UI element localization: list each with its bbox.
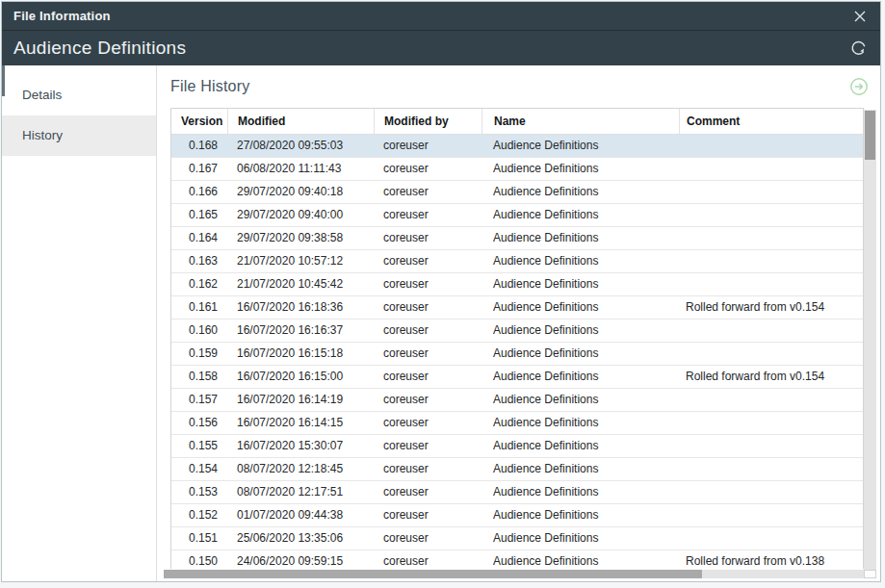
cell-name: Audience Definitions — [482, 320, 679, 342]
cell-modified-by: coreuser — [374, 135, 482, 157]
cell-modified-by: coreuser — [374, 273, 482, 295]
cell-modified: 25/06/2020 13:35:06 — [227, 527, 374, 550]
table-row[interactable]: 0.16629/07/2020 09:40:18coreuserAudience… — [171, 181, 863, 204]
cell-version: 0.163 — [171, 250, 227, 272]
section-title: File History — [170, 78, 249, 95]
cell-name: Audience Definitions — [482, 412, 679, 434]
close-icon[interactable] — [853, 10, 867, 23]
cell-name: Audience Definitions — [482, 435, 679, 457]
table-row[interactable]: 0.15024/06/2020 09:59:15coreuserAudience… — [171, 550, 863, 569]
table-row[interactable]: 0.16706/08/2020 11:11:43coreuserAudience… — [171, 158, 863, 181]
cell-modified: 16/07/2020 15:30:07 — [227, 435, 374, 457]
table-row[interactable]: 0.15201/07/2020 09:44:38coreuserAudience… — [171, 504, 863, 527]
cell-modified-by: coreuser — [374, 435, 482, 457]
file-name-title: Audience Definitions — [13, 38, 186, 59]
vertical-scrollbar-thumb[interactable] — [865, 111, 875, 160]
horizontal-scrollbar-thumb[interactable] — [164, 570, 702, 578]
table-row[interactable]: 0.16827/08/2020 09:55:03coreuserAudience… — [171, 135, 863, 158]
cell-modified-by: coreuser — [374, 527, 482, 550]
column-header-name[interactable]: Name — [482, 109, 679, 134]
cell-comment — [679, 481, 863, 503]
table-row[interactable]: 0.15716/07/2020 16:14:19coreuserAudience… — [171, 389, 863, 412]
cell-modified: 16/07/2020 16:14:19 — [227, 389, 374, 411]
cell-modified-by: coreuser — [374, 481, 482, 503]
scroll-notch — [2, 65, 5, 96]
cell-name: Audience Definitions — [482, 273, 679, 295]
column-header-version[interactable]: Version — [171, 109, 227, 134]
cell-modified-by: coreuser — [374, 320, 482, 342]
cell-comment — [679, 135, 863, 157]
cell-version: 0.166 — [171, 181, 227, 203]
cell-name: Audience Definitions — [482, 158, 679, 180]
table-row[interactable]: 0.15308/07/2020 12:17:51coreuserAudience… — [171, 481, 863, 504]
cell-modified: 16/07/2020 16:14:15 — [227, 412, 374, 434]
cell-modified-by: coreuser — [374, 227, 482, 249]
scrollbar-corner — [864, 570, 876, 578]
cell-name: Audience Definitions — [482, 458, 679, 480]
cell-version: 0.156 — [171, 412, 227, 434]
cell-comment: Rolled forward from v0.154 — [679, 296, 863, 319]
cell-modified: 16/07/2020 16:16:37 — [227, 320, 374, 342]
column-header-modified-by[interactable]: Modified by — [374, 109, 482, 134]
table-row[interactable]: 0.15916/07/2020 16:15:18coreuserAudience… — [171, 343, 863, 366]
cell-modified-by: coreuser — [374, 181, 482, 203]
cell-comment — [679, 504, 863, 526]
table-row[interactable]: 0.16016/07/2020 16:16:37coreuserAudience… — [171, 320, 863, 343]
cell-version: 0.150 — [171, 550, 227, 569]
table-row[interactable]: 0.15616/07/2020 16:14:15coreuserAudience… — [171, 412, 863, 435]
cell-comment — [679, 389, 863, 411]
horizontal-scrollbar[interactable] — [164, 570, 864, 578]
tab-history[interactable]: History — [2, 115, 156, 156]
cell-modified-by: coreuser — [374, 250, 482, 272]
open-version-icon[interactable] — [849, 77, 869, 96]
cell-name: Audience Definitions — [482, 504, 679, 526]
cell-name: Audience Definitions — [482, 296, 679, 319]
cell-version: 0.155 — [171, 435, 227, 457]
cell-name: Audience Definitions — [482, 250, 679, 272]
cell-version: 0.162 — [171, 273, 227, 295]
cell-version: 0.154 — [171, 458, 227, 480]
table-row[interactable]: 0.16116/07/2020 16:18:36coreuserAudience… — [171, 296, 863, 320]
cell-modified-by: coreuser — [374, 412, 482, 434]
cell-modified-by: coreuser — [374, 204, 482, 226]
table-row[interactable]: 0.16429/07/2020 09:38:58coreuserAudience… — [171, 227, 863, 250]
table-row[interactable]: 0.15816/07/2020 16:15:00coreuserAudience… — [171, 366, 863, 389]
table-row[interactable]: 0.15516/07/2020 15:30:07coreuserAudience… — [171, 435, 863, 458]
cell-modified: 29/07/2020 09:40:18 — [227, 181, 374, 203]
vertical-scrollbar[interactable] — [864, 110, 876, 577]
tab-details[interactable]: Details — [2, 75, 156, 115]
cell-modified-by: coreuser — [374, 158, 482, 180]
column-header-modified[interactable]: Modified — [227, 109, 374, 134]
cell-modified: 21/07/2020 10:57:12 — [227, 250, 374, 272]
file-history-table: Version Modified Modified by Name Commen… — [170, 108, 864, 569]
cell-modified: 06/08/2020 11:11:43 — [227, 158, 374, 180]
cell-modified-by: coreuser — [374, 366, 482, 388]
cell-modified-by: coreuser — [374, 458, 482, 480]
column-header-comment[interactable]: Comment — [679, 109, 863, 134]
refresh-icon[interactable] — [849, 38, 869, 58]
cell-comment — [679, 412, 863, 434]
table-row[interactable]: 0.15125/06/2020 13:35:06coreuserAudience… — [171, 527, 863, 550]
cell-name: Audience Definitions — [482, 204, 679, 226]
cell-modified-by: coreuser — [374, 504, 482, 526]
file-information-dialog: File Information Audience Definitions De… — [1, 1, 881, 582]
cell-name: Audience Definitions — [482, 481, 679, 503]
cell-comment — [679, 527, 863, 550]
sidebar: Details History — [2, 65, 157, 581]
cell-version: 0.153 — [171, 481, 227, 503]
cell-modified: 16/07/2020 16:18:36 — [227, 296, 374, 319]
cell-comment — [679, 158, 863, 180]
cell-modified: 01/07/2020 09:44:38 — [227, 504, 374, 526]
cell-modified-by: coreuser — [374, 296, 482, 319]
main-panel: File History Version Modified Modified b… — [157, 65, 880, 581]
cell-version: 0.159 — [171, 343, 227, 365]
cell-name: Audience Definitions — [482, 389, 679, 411]
table-row[interactable]: 0.16529/07/2020 09:40:00coreuserAudience… — [171, 204, 863, 227]
table-row[interactable]: 0.15408/07/2020 12:18:45coreuserAudience… — [171, 458, 863, 481]
cell-modified: 24/06/2020 09:59:15 — [227, 550, 374, 569]
cell-modified: 08/07/2020 12:18:45 — [227, 458, 374, 480]
cell-name: Audience Definitions — [482, 366, 679, 388]
cell-name: Audience Definitions — [482, 135, 679, 157]
table-row[interactable]: 0.16221/07/2020 10:45:42coreuserAudience… — [171, 273, 863, 296]
table-row[interactable]: 0.16321/07/2020 10:57:12coreuserAudience… — [171, 250, 863, 273]
